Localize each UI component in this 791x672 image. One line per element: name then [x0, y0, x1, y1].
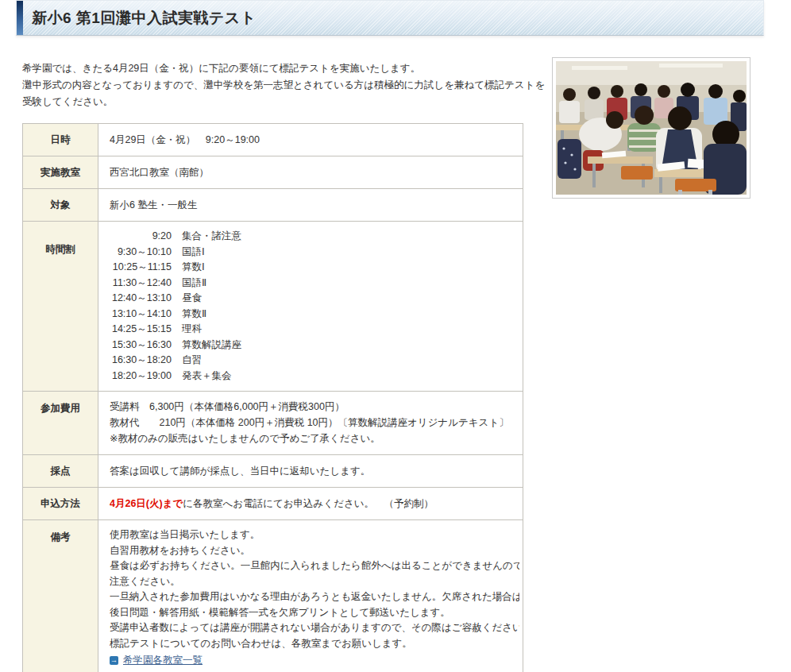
- schedule-time: 12:40～13:10: [110, 291, 172, 307]
- cell-line: 受講料 6,300円（本体価格6,000円＋消費税300円）: [110, 399, 519, 415]
- schedule-subject: 理科: [182, 323, 202, 334]
- row-value-target: 新小6 塾生・一般生: [98, 189, 523, 222]
- cell-line: 標記テストについてのお問い合わせは、各教室までお願いします。: [110, 636, 519, 652]
- cell-line: 答案は回収して講師が採点し、当日中に返却いたします。: [110, 463, 519, 479]
- row-label-grading: 採点: [23, 455, 98, 488]
- classroom-photo: [552, 57, 750, 199]
- page: 新小6 第1回灘中入試実戦テスト 希学園では、きたる4月29日（金・祝）に下記の…: [0, 0, 791, 672]
- application-deadline: 4月26日(火)まで: [110, 498, 183, 509]
- school-rooms-link[interactable]: 希学園各教室一覧: [123, 655, 203, 666]
- section-header-bar: 新小6 第1回灘中入試実戦テスト: [16, 0, 764, 36]
- row-label-target: 対象: [23, 189, 98, 222]
- row-label-venue: 実施教室: [23, 156, 98, 189]
- row-value-notes: 使用教室は当日掲示いたします。 自習用教材をお持ちください。 昼食は必ずお持ちく…: [98, 520, 523, 672]
- schedule-line: 12:40～13:10昼食: [110, 291, 519, 307]
- cell-line: 受講申込者数によっては講座が開講されない場合がありますので、その際はご容赦くださ…: [110, 620, 519, 636]
- row-label-application: 申込方法: [23, 488, 98, 520]
- table-row-schedule: 時間割 9:20集合・諸注意 9:30～10:10国語Ⅰ 10:25～11:15…: [23, 222, 523, 392]
- schedule-subject: 発表＋集会: [182, 370, 232, 381]
- page-title: 新小6 第1回灘中入試実戦テスト: [32, 8, 257, 29]
- link-line: →希学園各教室一覧: [110, 653, 519, 669]
- table-row-venue: 実施教室 西宮北口教室（南館）: [23, 156, 523, 189]
- schedule-time: 18:20～19:00: [110, 369, 172, 384]
- schedule-line: 10:25～11:15算数Ⅰ: [110, 260, 519, 276]
- cell-line: 一旦納入された参加費用はいかなる理由があろうとも返金いたしません。欠席された場合…: [110, 589, 519, 605]
- cell-line: 昼食は必ずお持ちください。一旦館内に入られましたら館外へは出ることができませんの…: [110, 558, 519, 574]
- cell-line: 教材代 210円（本体価格 200円＋消費税 10円）〔算数解説講座オリジナルテ…: [110, 415, 519, 431]
- schedule-line: 11:30～12:40国語Ⅱ: [110, 276, 519, 292]
- intro-line: 希学園では、きたる4月29日（金・祝）に下記の要領にて標記テストを実施いたします…: [22, 60, 546, 77]
- row-value-schedule: 9:20集合・諸注意 9:30～10:10国語Ⅰ 10:25～11:15算数Ⅰ …: [98, 222, 523, 392]
- arrow-icon: →: [110, 656, 118, 665]
- application-instruction: に各教室へお電話にてお申込みください。 （予約制）: [183, 498, 434, 509]
- row-label-datetime: 日時: [23, 124, 98, 156]
- cell-line: 使用教室は当日掲示いたします。: [110, 527, 519, 543]
- schedule-subject: 自習: [182, 354, 202, 365]
- schedule-line: 14:25～15:15理科: [110, 322, 519, 338]
- table-row-target: 対象 新小6 塾生・一般生: [23, 189, 523, 222]
- row-value-venue: 西宮北口教室（南館）: [98, 156, 523, 189]
- schedule-subject: 集合・諸注意: [182, 230, 241, 241]
- table-row-notes: 備考 使用教室は当日掲示いたします。 自習用教材をお持ちください。 昼食は必ずお…: [23, 520, 523, 672]
- cell-line: 4月29日（金・祝） 9:20～19:00: [110, 132, 519, 148]
- schedule-subject: 昼食: [182, 292, 202, 303]
- schedule-time: 9:20: [110, 229, 172, 245]
- row-value-application: 4月26日(火)までに各教室へお電話にてお申込みください。 （予約制）: [98, 488, 523, 520]
- cell-line: 注意ください。: [110, 574, 519, 590]
- schedule-time: 9:30～10:10: [110, 245, 172, 261]
- intro-line: 受験してください。: [22, 94, 546, 110]
- cell-line: ※教材のみの販売はいたしませんので予めご了承ください。: [110, 431, 519, 446]
- schedule-subject: 算数Ⅱ: [182, 308, 206, 319]
- event-info-table: 日時 4月29日（金・祝） 9:20～19:00 実施教室 西宮北口教室（南館）…: [22, 123, 523, 672]
- schedule-time: 11:30～12:40: [110, 276, 172, 292]
- classroom-photo-illustration: [556, 61, 747, 195]
- table-row-grading: 採点 答案は回収して講師が採点し、当日中に返却いたします。: [23, 455, 523, 488]
- schedule-time: 14:25～15:15: [110, 322, 172, 338]
- row-value-datetime: 4月29日（金・祝） 9:20～19:00: [98, 124, 523, 156]
- schedule-subject: 国語Ⅰ: [182, 246, 205, 257]
- schedule-subject: 算数Ⅰ: [182, 261, 205, 272]
- header-accent-bar: [17, 1, 23, 35]
- row-value-grading: 答案は回収して講師が採点し、当日中に返却いたします。: [98, 455, 523, 488]
- table-row-datetime: 日時 4月29日（金・祝） 9:20～19:00: [23, 124, 523, 156]
- schedule-line: 9:20集合・諸注意: [110, 229, 519, 245]
- schedule-time: 13:10～14:10: [110, 307, 172, 322]
- schedule-time: 15:30～16:30: [110, 338, 172, 353]
- cell-line: 後日問題・解答用紙・模範解答一式を欠席プリントとして郵送いたします。: [110, 605, 519, 621]
- schedule-time: 10:25～11:15: [110, 260, 172, 276]
- schedule-line: 16:30～18:20自習: [110, 353, 519, 369]
- cell-line: 西宮北口教室（南館）: [110, 164, 519, 180]
- intro-line: 灘中形式の内容となっておりますので、灘中学校を第一志望とされている方は積極的に力…: [22, 77, 546, 94]
- schedule-line: 9:30～10:10国語Ⅰ: [110, 245, 519, 261]
- row-label-fee: 参加費用: [23, 392, 98, 455]
- cell-line: 4月26日(火)までに各教室へお電話にてお申込みください。 （予約制）: [110, 496, 519, 512]
- row-label-schedule: 時間割: [23, 222, 98, 392]
- schedule-line: 13:10～14:10算数Ⅱ: [110, 307, 519, 322]
- schedule-subject: 国語Ⅱ: [182, 277, 206, 288]
- schedule-line: 18:20～19:00発表＋集会: [110, 369, 519, 384]
- table-row-fee: 参加費用 受講料 6,300円（本体価格6,000円＋消費税300円） 教材代 …: [23, 392, 523, 455]
- schedule-time: 16:30～18:20: [110, 353, 172, 369]
- row-value-fee: 受講料 6,300円（本体価格6,000円＋消費税300円） 教材代 210円（…: [98, 392, 523, 455]
- row-label-notes: 備考: [23, 520, 98, 672]
- cell-line: 新小6 塾生・一般生: [110, 197, 519, 213]
- schedule-subject: 算数解説講座: [182, 339, 241, 350]
- intro-text: 希学園では、きたる4月29日（金・祝）に下記の要領にて標記テストを実施いたします…: [22, 60, 546, 110]
- table-row-application: 申込方法 4月26日(火)までに各教室へお電話にてお申込みください。 （予約制）: [23, 488, 523, 520]
- schedule-line: 15:30～16:30算数解説講座: [110, 338, 519, 353]
- cell-line: 自習用教材をお持ちください。: [110, 543, 519, 559]
